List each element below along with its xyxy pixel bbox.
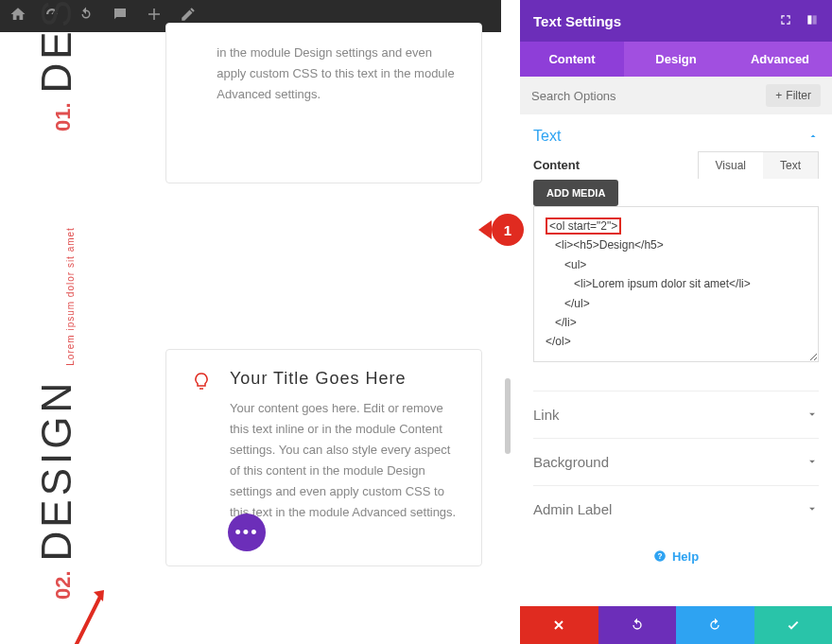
badge-number: 01.: [51, 102, 76, 131]
chevron-up-icon: [807, 131, 819, 142]
search-bar: +Filter: [520, 77, 832, 114]
pointer-number: 1: [504, 222, 511, 238]
number-badge-1: 01. DES Lorem i: [38, 0, 76, 131]
snap-icon[interactable]: [806, 13, 819, 29]
resize-gutter[interactable]: [505, 378, 511, 454]
tab-design[interactable]: Design: [624, 42, 728, 77]
accordion-admin-label[interactable]: Admin Label: [533, 485, 819, 532]
svg-rect-1: [813, 15, 817, 24]
cancel-button[interactable]: [520, 606, 598, 644]
card-title: Your Title Goes Here: [230, 369, 458, 389]
badge-word: DESIGN: [38, 379, 76, 562]
settings-panel: Text Settings Content Design Advanced +F…: [520, 0, 832, 644]
panel-title: Text Settings: [533, 13, 621, 29]
highlighted-code: <ol start="2">: [546, 218, 621, 235]
card-text: Your content goes here. Edit or remove t…: [230, 398, 458, 524]
module-options-button[interactable]: •••: [228, 513, 266, 551]
panel-footer: [520, 606, 832, 644]
chevron-down-icon: [806, 502, 819, 515]
expand-icon[interactable]: [779, 13, 792, 29]
number-badge-2: 02. DESIGN Lorem ipsum dolor sit amet: [38, 227, 76, 600]
help-icon: ?: [653, 549, 667, 563]
redo-button[interactable]: [676, 606, 754, 644]
badge-subtitle: Lorem ipsum dolor sit amet: [65, 227, 76, 366]
comment-icon[interactable]: [112, 6, 129, 26]
help-link[interactable]: ? Help: [533, 532, 819, 581]
annotation-pointer-1: 1: [492, 214, 524, 246]
accordion-link[interactable]: Link: [533, 391, 819, 438]
chevron-down-icon: [806, 455, 819, 468]
lightbulb-icon: [190, 371, 213, 393]
editor-mode-tabs: Visual Text: [698, 151, 819, 179]
svg-rect-0: [807, 15, 811, 24]
section-text-toggle[interactable]: Text: [533, 128, 819, 145]
filter-button[interactable]: +Filter: [766, 84, 821, 107]
code-editor[interactable]: <ol start="2"> <li><h5>Design</h5> <ul> …: [533, 206, 819, 362]
tab-advanced[interactable]: Advanced: [728, 42, 832, 77]
home-icon[interactable]: [9, 6, 26, 26]
tab-content[interactable]: Content: [520, 42, 624, 77]
badge-word: DES: [38, 0, 76, 93]
add-media-button[interactable]: ADD MEDIA: [533, 180, 618, 206]
panel-header: Text Settings: [520, 0, 832, 42]
content-card-1: in the module Design settings and even a…: [165, 23, 482, 183]
plus-icon[interactable]: [146, 6, 163, 26]
panel-body: Text Content ADD MEDIA Visual Text <ol s…: [520, 114, 832, 606]
accordion-background[interactable]: Background: [533, 438, 819, 485]
content-card-2[interactable]: Your Title Goes Here Your content goes h…: [165, 349, 482, 566]
search-input[interactable]: [531, 89, 766, 103]
page-preview: 01. DES Lorem i in the module Design set…: [0, 32, 501, 644]
chevron-down-icon: [806, 408, 819, 421]
annotation-arrow: [49, 581, 115, 644]
panel-tabs: Content Design Advanced: [520, 42, 832, 77]
save-button[interactable]: [754, 606, 833, 644]
card-text: in the module Design settings and even a…: [217, 43, 458, 105]
svg-text:?: ?: [657, 552, 662, 561]
editor-tab-text[interactable]: Text: [763, 152, 818, 179]
undo-button[interactable]: [598, 606, 677, 644]
refresh-icon[interactable]: [78, 6, 95, 26]
editor-tab-visual[interactable]: Visual: [699, 152, 763, 179]
